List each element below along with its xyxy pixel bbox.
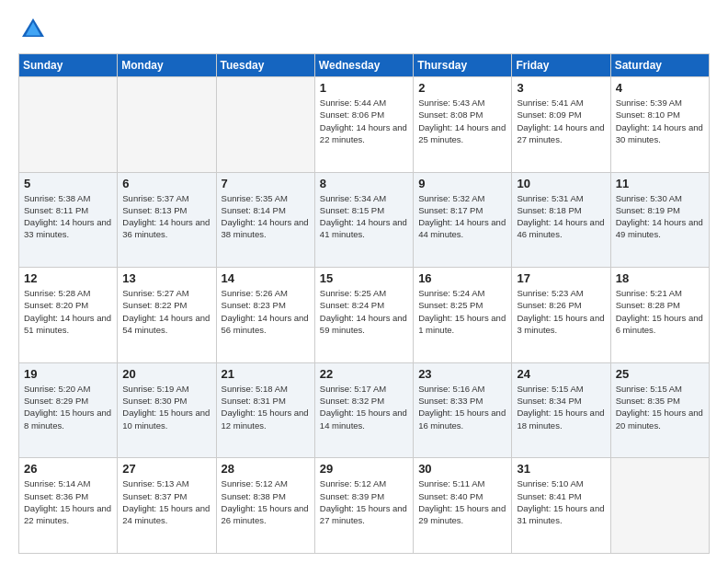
calendar-cell: 8Sunrise: 5:34 AM Sunset: 8:15 PM Daylig… [314,172,413,268]
day-info: Sunrise: 5:30 AM Sunset: 8:19 PM Dayligh… [616,192,704,241]
day-number: 4 [616,81,704,95]
day-of-week-header: Friday [512,54,610,77]
day-of-week-header: Wednesday [314,54,413,77]
day-number: 28 [222,462,310,476]
day-info: Sunrise: 5:37 AM Sunset: 8:13 PM Dayligh… [122,192,210,241]
day-info: Sunrise: 5:15 AM Sunset: 8:34 PM Dayligh… [517,383,605,431]
calendar-cell: 27Sunrise: 5:13 AM Sunset: 8:37 PM Dayli… [118,458,216,554]
day-info: Sunrise: 5:13 AM Sunset: 8:37 PM Dayligh… [122,477,210,526]
day-info: Sunrise: 5:27 AM Sunset: 8:22 PM Dayligh… [122,287,210,336]
logo-icon [18,15,48,44]
calendar-cell: 11Sunrise: 5:30 AM Sunset: 8:19 PM Dayli… [610,172,709,268]
day-number: 17 [517,271,605,285]
calendar-cell: 18Sunrise: 5:21 AM Sunset: 8:28 PM Dayli… [610,268,709,363]
calendar-cell: 21Sunrise: 5:18 AM Sunset: 8:31 PM Dayli… [216,362,314,458]
day-info: Sunrise: 5:39 AM Sunset: 8:10 PM Dayligh… [616,97,704,145]
day-number: 20 [122,367,210,381]
day-number: 21 [222,367,310,381]
day-info: Sunrise: 5:35 AM Sunset: 8:14 PM Dayligh… [222,192,310,241]
day-info: Sunrise: 5:23 AM Sunset: 8:26 PM Dayligh… [517,287,605,336]
day-info: Sunrise: 5:14 AM Sunset: 8:36 PM Dayligh… [24,477,112,526]
day-info: Sunrise: 5:20 AM Sunset: 8:29 PM Dayligh… [24,383,112,431]
day-info: Sunrise: 5:19 AM Sunset: 8:30 PM Dayligh… [122,383,210,431]
day-number: 29 [320,462,408,476]
calendar-cell: 15Sunrise: 5:25 AM Sunset: 8:24 PM Dayli… [314,268,413,363]
day-info: Sunrise: 5:10 AM Sunset: 8:41 PM Dayligh… [517,477,605,526]
page: SundayMondayTuesdayWednesdayThursdayFrid… [0,0,728,563]
day-info: Sunrise: 5:32 AM Sunset: 8:17 PM Dayligh… [418,192,506,241]
day-number: 8 [320,177,408,190]
day-number: 13 [122,271,210,285]
day-number: 19 [24,367,112,381]
calendar-week-row: 26Sunrise: 5:14 AM Sunset: 8:36 PM Dayli… [19,458,710,554]
day-of-week-header: Monday [118,54,216,77]
calendar-header-row: SundayMondayTuesdayWednesdayThursdayFrid… [19,54,710,77]
day-number: 18 [616,271,704,285]
day-number: 2 [418,81,506,95]
calendar: SundayMondayTuesdayWednesdayThursdayFrid… [18,53,710,554]
calendar-cell: 7Sunrise: 5:35 AM Sunset: 8:14 PM Daylig… [216,172,314,268]
calendar-cell: 19Sunrise: 5:20 AM Sunset: 8:29 PM Dayli… [19,362,118,458]
day-info: Sunrise: 5:38 AM Sunset: 8:11 PM Dayligh… [24,192,112,241]
day-number: 3 [517,81,605,95]
calendar-cell: 4Sunrise: 5:39 AM Sunset: 8:10 PM Daylig… [610,77,709,173]
calendar-cell: 17Sunrise: 5:23 AM Sunset: 8:26 PM Dayli… [512,268,610,363]
day-number: 27 [122,462,210,476]
calendar-week-row: 19Sunrise: 5:20 AM Sunset: 8:29 PM Dayli… [19,362,710,458]
day-of-week-header: Saturday [610,54,709,77]
calendar-cell: 14Sunrise: 5:26 AM Sunset: 8:23 PM Dayli… [216,268,314,363]
calendar-cell: 30Sunrise: 5:11 AM Sunset: 8:40 PM Dayli… [414,458,512,554]
calendar-cell: 9Sunrise: 5:32 AM Sunset: 8:17 PM Daylig… [414,172,512,268]
day-info: Sunrise: 5:41 AM Sunset: 8:09 PM Dayligh… [517,97,605,145]
day-info: Sunrise: 5:17 AM Sunset: 8:32 PM Dayligh… [320,383,408,431]
day-info: Sunrise: 5:28 AM Sunset: 8:20 PM Dayligh… [24,287,112,336]
calendar-week-row: 1Sunrise: 5:44 AM Sunset: 8:06 PM Daylig… [19,77,710,173]
day-number: 1 [320,81,408,95]
day-number: 30 [418,462,506,476]
header [18,15,710,44]
day-number: 10 [517,177,605,190]
day-number: 9 [418,177,506,190]
calendar-cell: 13Sunrise: 5:27 AM Sunset: 8:22 PM Dayli… [118,268,216,363]
day-number: 31 [517,462,605,476]
calendar-cell: 1Sunrise: 5:44 AM Sunset: 8:06 PM Daylig… [314,77,413,173]
day-info: Sunrise: 5:24 AM Sunset: 8:25 PM Dayligh… [418,287,506,336]
calendar-week-row: 5Sunrise: 5:38 AM Sunset: 8:11 PM Daylig… [19,172,710,268]
day-number: 15 [320,271,408,285]
calendar-cell: 23Sunrise: 5:16 AM Sunset: 8:33 PM Dayli… [414,362,512,458]
calendar-cell: 22Sunrise: 5:17 AM Sunset: 8:32 PM Dayli… [314,362,413,458]
calendar-cell: 28Sunrise: 5:12 AM Sunset: 8:38 PM Dayli… [216,458,314,554]
day-number: 16 [418,271,506,285]
calendar-cell [216,77,314,173]
day-number: 22 [320,367,408,381]
day-info: Sunrise: 5:44 AM Sunset: 8:06 PM Dayligh… [320,97,408,145]
day-info: Sunrise: 5:43 AM Sunset: 8:08 PM Dayligh… [418,97,506,145]
calendar-week-row: 12Sunrise: 5:28 AM Sunset: 8:20 PM Dayli… [19,268,710,363]
calendar-cell: 3Sunrise: 5:41 AM Sunset: 8:09 PM Daylig… [512,77,610,173]
logo [18,15,51,44]
day-info: Sunrise: 5:21 AM Sunset: 8:28 PM Dayligh… [616,287,704,336]
day-of-week-header: Sunday [19,54,118,77]
day-number: 23 [418,367,506,381]
calendar-cell: 25Sunrise: 5:15 AM Sunset: 8:35 PM Dayli… [610,362,709,458]
day-of-week-header: Tuesday [216,54,314,77]
calendar-cell: 29Sunrise: 5:12 AM Sunset: 8:39 PM Dayli… [314,458,413,554]
day-info: Sunrise: 5:25 AM Sunset: 8:24 PM Dayligh… [320,287,408,336]
day-info: Sunrise: 5:34 AM Sunset: 8:15 PM Dayligh… [320,192,408,241]
day-number: 12 [24,271,112,285]
day-info: Sunrise: 5:31 AM Sunset: 8:18 PM Dayligh… [517,192,605,241]
day-info: Sunrise: 5:18 AM Sunset: 8:31 PM Dayligh… [222,383,310,431]
calendar-cell [610,458,709,554]
day-info: Sunrise: 5:11 AM Sunset: 8:40 PM Dayligh… [418,477,506,526]
day-number: 26 [24,462,112,476]
calendar-cell: 26Sunrise: 5:14 AM Sunset: 8:36 PM Dayli… [19,458,118,554]
calendar-cell: 12Sunrise: 5:28 AM Sunset: 8:20 PM Dayli… [19,268,118,363]
calendar-cell: 20Sunrise: 5:19 AM Sunset: 8:30 PM Dayli… [118,362,216,458]
day-info: Sunrise: 5:12 AM Sunset: 8:39 PM Dayligh… [320,477,408,526]
day-number: 24 [517,367,605,381]
day-number: 11 [616,177,704,190]
day-info: Sunrise: 5:12 AM Sunset: 8:38 PM Dayligh… [222,477,310,526]
calendar-cell: 6Sunrise: 5:37 AM Sunset: 8:13 PM Daylig… [118,172,216,268]
day-number: 6 [122,177,210,190]
day-number: 7 [222,177,310,190]
